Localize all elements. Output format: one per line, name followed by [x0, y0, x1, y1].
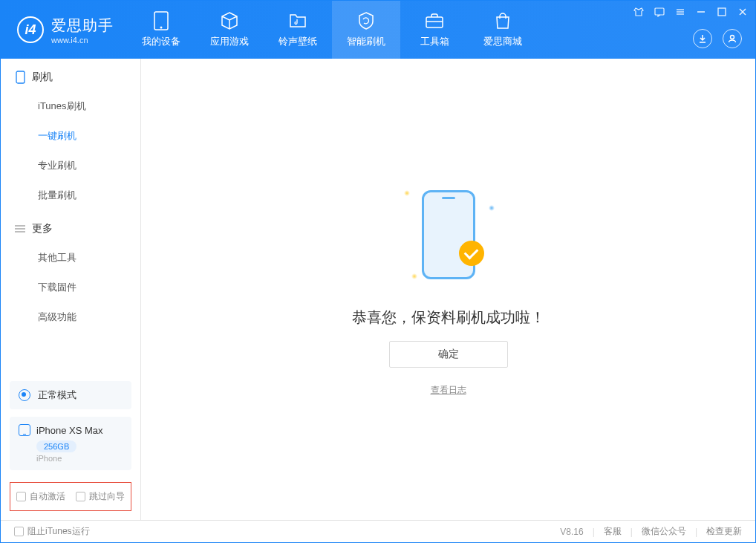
sidebar-item-advanced[interactable]: 高级功能: [1, 302, 140, 332]
refresh-shield-icon: [356, 11, 376, 30]
footer-link-update[interactable]: 检查更新: [706, 525, 742, 538]
music-folder-icon: [288, 11, 307, 30]
footer-link-support[interactable]: 客服: [604, 525, 622, 538]
logo-area: i4 爱思助手 www.i4.cn: [1, 16, 127, 45]
window-controls: [632, 5, 749, 19]
nav-ringtones[interactable]: 铃声壁纸: [264, 1, 332, 59]
storage-badge: 256GB: [36, 440, 76, 452]
checkbox-icon: [14, 527, 24, 536]
view-log-link[interactable]: 查看日志: [431, 384, 466, 397]
device-icon: [151, 11, 171, 30]
logo-icon: i4: [17, 16, 44, 43]
sidebar-item-oneclick-flash[interactable]: 一键刷机: [1, 121, 140, 151]
checkbox-skip-guide[interactable]: 跳过向导: [76, 490, 125, 503]
nav-flash[interactable]: 智能刷机: [332, 1, 400, 59]
device-name: iPhone XS Max: [36, 425, 103, 436]
menu-icon[interactable]: [674, 5, 687, 19]
nav-store[interactable]: 爱思商城: [469, 1, 537, 59]
confirm-button[interactable]: 确定: [389, 341, 508, 368]
app-subtitle: www.i4.cn: [51, 36, 114, 45]
success-illustration: [397, 183, 501, 287]
footer: 阻止iTunes运行 V8.16 | 客服 | 微信公众号 | 检查更新: [1, 520, 755, 542]
sidebar-section-more: 更多: [1, 210, 140, 243]
version-label: V8.16: [560, 527, 583, 537]
svg-rect-13: [16, 71, 25, 83]
close-button[interactable]: [736, 5, 749, 19]
app-header: i4 爱思助手 www.i4.cn 我的设备 应用游戏 铃声壁纸 智能刷机 工具…: [1, 1, 755, 59]
sidebar-item-itunes-flash[interactable]: iTunes刷机: [1, 91, 140, 121]
checkbox-icon: [16, 492, 26, 501]
svg-rect-4: [655, 8, 664, 15]
briefcase-icon: [425, 11, 444, 30]
sidebar: 刷机 iTunes刷机 一键刷机 专业刷机 批量刷机 更多 其他工具 下载固件 …: [1, 59, 141, 520]
checkbox-row-highlighted: 自动激活 跳过向导: [10, 482, 131, 511]
bag-icon: [493, 11, 512, 30]
cube-icon: [220, 11, 239, 30]
sidebar-item-download-firmware[interactable]: 下载固件: [1, 273, 140, 302]
checkbox-block-itunes[interactable]: 阻止iTunes运行: [14, 525, 90, 538]
status-indicator-icon: [19, 389, 30, 401]
nav-my-device[interactable]: 我的设备: [127, 1, 195, 59]
shirt-icon[interactable]: [632, 5, 645, 19]
phone-outline-icon: [14, 71, 26, 83]
svg-point-12: [731, 36, 734, 39]
sidebar-item-other-tools[interactable]: 其他工具: [1, 243, 140, 273]
footer-link-wechat[interactable]: 微信公众号: [642, 525, 686, 538]
phone-icon: [19, 424, 30, 436]
maximize-button[interactable]: [715, 5, 729, 19]
svg-rect-9: [718, 8, 726, 16]
device-type: iPhone: [36, 454, 123, 463]
device-status[interactable]: 正常模式: [10, 381, 131, 409]
list-icon: [14, 223, 26, 235]
svg-point-1: [160, 27, 163, 29]
sidebar-section-flash: 刷机: [1, 59, 140, 91]
main-nav: 我的设备 应用游戏 铃声壁纸 智能刷机 工具箱 爱思商城: [127, 1, 537, 59]
header-actions: [693, 29, 742, 48]
phone-illustration-icon: [422, 190, 475, 279]
nav-apps[interactable]: 应用游戏: [195, 1, 264, 59]
nav-toolbox[interactable]: 工具箱: [400, 1, 469, 59]
checkbox-auto-activate[interactable]: 自动激活: [16, 490, 65, 503]
feedback-icon[interactable]: [653, 5, 666, 19]
svg-rect-2: [426, 17, 443, 27]
user-icon[interactable]: [723, 29, 742, 48]
download-icon[interactable]: [693, 29, 712, 48]
minimize-button[interactable]: [694, 5, 708, 19]
main-content: 恭喜您，保资料刷机成功啦！ 确定 查看日志: [141, 59, 755, 520]
sidebar-item-pro-flash[interactable]: 专业刷机: [1, 151, 140, 181]
app-title: 爱思助手: [51, 16, 114, 36]
checkmark-badge-icon: [459, 241, 484, 266]
device-card[interactable]: iPhone XS Max 256GB iPhone: [10, 417, 131, 470]
checkbox-icon: [76, 492, 85, 501]
success-message: 恭喜您，保资料刷机成功啦！: [352, 308, 545, 328]
sidebar-item-batch-flash[interactable]: 批量刷机: [1, 181, 140, 210]
